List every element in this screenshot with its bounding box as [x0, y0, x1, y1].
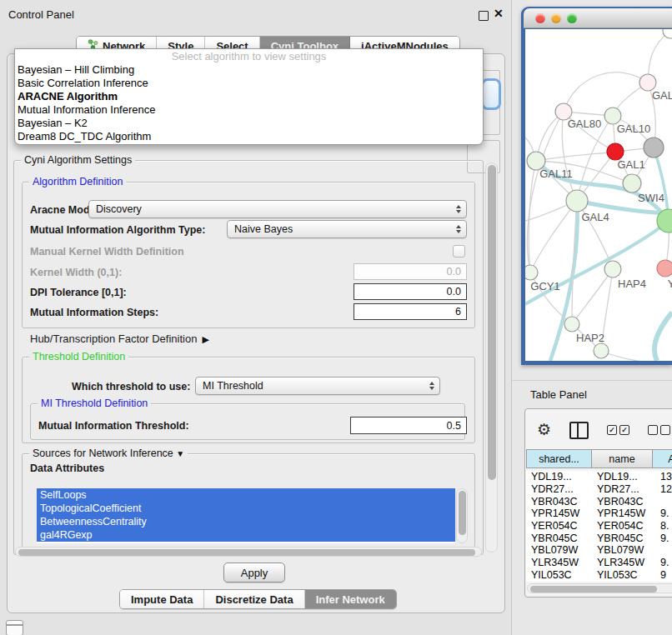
grid-icon[interactable] [6, 620, 23, 635]
tab-discretize-data[interactable]: Discretize Data [204, 590, 304, 608]
attribute-item-betweennesscentrality[interactable]: BetweennessCentrality [37, 515, 455, 528]
apply-button[interactable]: Apply [223, 562, 285, 582]
network-edge[interactable] [536, 152, 615, 161]
network-node-gal1[interactable] [607, 143, 624, 160]
network-node-hap4[interactable] [604, 261, 621, 278]
table-cell: YBR045C [526, 532, 592, 544]
mi-type-value: Naive Bayes [234, 223, 293, 235]
mi-threshold-field[interactable]: 0.5 [350, 417, 467, 434]
column-header-shared[interactable]: shared... [526, 449, 592, 468]
attribute-item-gal4rgexp[interactable]: gal4RGexp [37, 528, 455, 542]
table-cell: YIL053C [592, 569, 653, 581]
hidden-spinner-fragment [481, 78, 501, 110]
table-row[interactable]: YDR27...YDR27...12 [526, 483, 672, 496]
table-row[interactable]: YBR043CYBR043C [526, 495, 672, 508]
algorithm-option-mutual-information-inference[interactable]: Mutual Information Inference [15, 103, 483, 117]
tab-impute-data[interactable]: Impute Data [120, 590, 204, 608]
network-view-window[interactable]: GALGAL80GAL10GAL1GAL11SWI4GAL4HAP4YGCY1H… [521, 7, 672, 365]
split-view-icon[interactable] [569, 422, 589, 439]
mi-type-label: Mutual Information Algorithm Type: [30, 224, 205, 236]
network-node-gcy1[interactable] [525, 265, 538, 280]
network-node[interactable] [594, 343, 609, 358]
network-edge[interactable] [527, 112, 564, 272]
tab-infer-network[interactable]: Infer Network [305, 590, 396, 608]
table-cell: YDR27... [526, 483, 592, 495]
group-title: Algorithm Definition [29, 176, 126, 188]
column-header-a[interactable]: A [653, 449, 672, 468]
algorithm-option-basic-correlation-inference[interactable]: Basic Correlation Inference [15, 77, 483, 90]
network-edge[interactable] [529, 161, 536, 272]
table-cell: YDL19... [592, 471, 653, 482]
attribute-item-topologicalcoefficient[interactable]: TopologicalCoefficient [37, 502, 455, 515]
node-label: GAL4 [581, 211, 609, 223]
zoom-traffic-icon[interactable] [567, 13, 577, 23]
column-header-name[interactable]: name [592, 449, 653, 468]
spinner-arrows-icon [456, 225, 461, 233]
control-panel-titlebar: Control Panel ✕ [0, 0, 511, 28]
settings-vscrollbar[interactable] [485, 162, 498, 552]
which-threshold-label: Which threshold to use: [72, 381, 190, 392]
collapse-arrow-icon: ▼ [176, 449, 184, 458]
attribute-item-selfloops[interactable]: SelfLoops [37, 488, 455, 502]
data-attributes-list[interactable]: SelfLoopsTopologicalCoefficientBetweenne… [37, 488, 455, 543]
algorithm-option-dream8-dc-tdc-algorithm[interactable]: Dream8 DC_TDC Algorithm [15, 130, 483, 143]
which-threshold-value: MI Threshold [203, 380, 263, 392]
tab-label: Infer Network [316, 593, 385, 606]
dpi-tolerance-field[interactable]: 0.0 [354, 283, 467, 300]
network-edge[interactable] [564, 72, 648, 112]
manual-kernel-checkbox[interactable] [453, 245, 465, 258]
list-scrollbar[interactable] [456, 488, 468, 543]
network-node-swi4[interactable] [623, 174, 641, 192]
table-row[interactable]: YPR145WYPR145W9. [526, 508, 672, 520]
network-node[interactable] [663, 29, 672, 38]
table-row[interactable]: YLR345WYLR345W9. [526, 557, 672, 569]
network-node-gal10[interactable] [604, 108, 621, 124]
kernel-width-field[interactable]: 0.0 [354, 263, 467, 280]
close-traffic-icon[interactable] [535, 13, 545, 23]
network-node-y[interactable] [657, 260, 672, 277]
table-row[interactable]: YDL19...YDL19...13 [526, 471, 672, 483]
aracne-mode-select[interactable]: Discovery [88, 200, 467, 218]
table-hscrollbar[interactable] [527, 583, 672, 593]
network-edge[interactable] [530, 201, 577, 272]
network-node-hap2[interactable] [564, 317, 579, 332]
network-edge-highlight[interactable] [654, 312, 672, 361]
table-row[interactable]: YBL079WYBL079W [526, 544, 672, 557]
table-cell: 13 [653, 471, 672, 482]
network-node-gal4[interactable] [566, 190, 588, 212]
dropdown-options: Bayesian – Hill ClimbingBasic Correlatio… [15, 63, 483, 143]
unchecked-columns-icon[interactable] [648, 425, 670, 435]
panel-title: Control Panel [8, 8, 74, 21]
close-icon[interactable]: ✕ [494, 7, 504, 20]
gear-icon[interactable]: ⚙ [537, 422, 551, 438]
aracne-mode-value: Discovery [96, 203, 142, 215]
checked-columns-icon[interactable]: ✓✓ [607, 425, 629, 435]
network-edge[interactable] [572, 269, 613, 324]
float-icon[interactable] [479, 11, 489, 21]
table-cell: YLR345W [592, 557, 653, 568]
which-threshold-select[interactable]: MI Threshold [195, 377, 440, 395]
algorithm-option-bayesian-k2[interactable]: Bayesian – K2 [15, 117, 483, 130]
table-cell: YDR27... [592, 483, 653, 495]
minimize-traffic-icon[interactable] [551, 13, 561, 23]
settings-hscrollbar[interactable] [15, 547, 482, 557]
table-row[interactable]: YIL053CYIL053C9 [526, 569, 672, 582]
network-graph[interactable]: GALGAL80GAL10GAL1GAL11SWI4GAL4HAP4YGCY1H… [525, 29, 672, 361]
table-cell: 9. [653, 532, 672, 544]
network-window-titlebar[interactable] [524, 8, 672, 28]
hub-definition-expander[interactable]: Hub/Transcription Factor Definition [30, 332, 209, 345]
network-node-gal[interactable] [639, 74, 656, 91]
table-row[interactable]: YER054CYER054C8. [526, 520, 672, 532]
spinner-arrows-icon [429, 382, 434, 390]
table-rows: YDL19...YDL19...13YDR27...YDR27...12YBR0… [526, 471, 672, 582]
table-row[interactable]: YBR045CYBR045C9. [526, 532, 672, 544]
mi-algorithm-type-select[interactable]: Naive Bayes [227, 220, 467, 238]
table-cell: YIL053C [526, 569, 592, 581]
mi-steps-field[interactable]: 6 [354, 303, 467, 320]
network-canvas[interactable]: GALGAL80GAL10GAL1GAL11SWI4GAL4HAP4YGCY1H… [525, 29, 672, 361]
algorithm-option-aracne-algorithm[interactable]: ARACNE Algorithm [15, 90, 483, 103]
node-label: GAL [652, 89, 672, 102]
table-cell: YDL19... [526, 471, 592, 482]
network-node[interactable] [644, 138, 664, 158]
algorithm-option-bayesian-hill-climbing[interactable]: Bayesian – Hill Climbing [15, 63, 483, 77]
